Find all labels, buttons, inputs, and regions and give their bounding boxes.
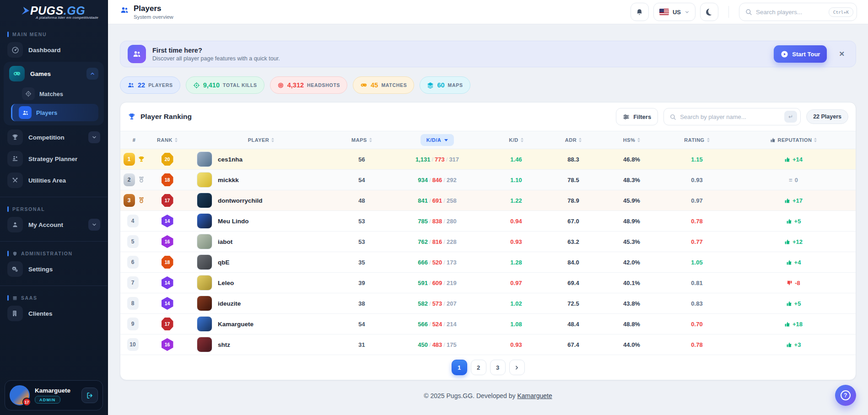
thumb-up-icon bbox=[770, 137, 776, 143]
hs-value: 48.8% bbox=[623, 321, 640, 328]
table-row[interactable]: 9 17 Kamarguete 54 566/ 524/ bbox=[120, 314, 856, 334]
role-badge: ADMIN bbox=[35, 396, 60, 404]
adr-value: 67.0 bbox=[567, 218, 579, 225]
chevron-down-icon[interactable] bbox=[88, 219, 100, 231]
position-badge: 1 bbox=[124, 153, 135, 166]
player-ranking-card: Player Ranking Filters ↵ bbox=[120, 102, 856, 380]
sidebar-item-competition[interactable]: Competition bbox=[5, 127, 103, 147]
col-kd[interactable]: K/D bbox=[486, 137, 546, 143]
page-title: Players bbox=[134, 4, 173, 13]
brand-swoosh-icon bbox=[22, 7, 30, 15]
developer-link[interactable]: Kamarguete bbox=[517, 392, 552, 399]
reputation-value: = +3 bbox=[731, 341, 856, 348]
locale-selector[interactable]: US bbox=[653, 3, 695, 21]
reputation-value: = +5 bbox=[731, 218, 856, 225]
shortcut-badge: Ctrl+K bbox=[829, 7, 853, 17]
chevron-up-icon[interactable] bbox=[86, 68, 98, 80]
table-row[interactable]: 8 14 ideuzite 38 582/ 573/ bbox=[120, 293, 856, 314]
brand-logo[interactable]: PUGS.GG A plataforma líder em competitiv… bbox=[0, 0, 108, 22]
table-row[interactable]: 6 18 qbE 35 666/ 520/ bbox=[120, 252, 856, 273]
position-badge: 3 bbox=[124, 194, 135, 207]
sidebar-item-utilities-area[interactable]: Utilities Area bbox=[5, 170, 103, 190]
col-reputation[interactable]: REPUTATION bbox=[731, 137, 856, 143]
chevron-down-icon[interactable] bbox=[88, 131, 100, 143]
table-row[interactable]: 10 16 shtz 31 450/ 483/ bbox=[120, 334, 856, 355]
hs-value: 48.3% bbox=[623, 177, 640, 183]
sidebar-item-games[interactable]: Games bbox=[6, 64, 101, 84]
sidebar-item-strategy-planner[interactable]: Strategy Planner bbox=[5, 149, 103, 169]
table-row[interactable]: 1 20 ces1nha 56 1,131/ 773/ bbox=[120, 149, 856, 170]
table-row[interactable]: 5 16 iabot 53 762/ 816/ bbox=[120, 232, 856, 252]
search-icon bbox=[669, 113, 676, 120]
rating-value: 0.81 bbox=[691, 280, 702, 286]
hs-value: 40.1% bbox=[623, 280, 640, 286]
help-button[interactable]: ? bbox=[835, 385, 856, 406]
next-page-button[interactable] bbox=[509, 360, 525, 375]
global-search[interactable]: Ctrl+K bbox=[739, 3, 857, 21]
sidebar-item-matches[interactable]: Matches bbox=[18, 85, 98, 102]
avatar bbox=[197, 337, 212, 352]
avatar bbox=[197, 234, 212, 249]
bell-icon bbox=[636, 8, 643, 16]
kd-value: 1.22 bbox=[510, 197, 522, 204]
kd-value: 0.97 bbox=[510, 280, 522, 286]
rank-badge: 16 bbox=[162, 338, 173, 351]
page-button-3[interactable]: 3 bbox=[490, 360, 506, 375]
us-flag-icon bbox=[659, 9, 669, 15]
filters-button[interactable]: Filters bbox=[616, 108, 658, 125]
search-input[interactable] bbox=[756, 9, 825, 16]
close-icon[interactable]: ✕ bbox=[839, 50, 845, 58]
col-player[interactable]: PLAYER bbox=[187, 137, 335, 143]
col-hs[interactable]: HS% bbox=[601, 137, 663, 143]
page-button-2[interactable]: 2 bbox=[471, 360, 486, 375]
rank-badge: 18 bbox=[162, 173, 173, 186]
maps-value: 48 bbox=[358, 197, 365, 204]
users-icon bbox=[128, 45, 146, 63]
rating-value: 1.15 bbox=[691, 156, 702, 163]
table-row[interactable]: 2 18 mickkk 54 934/ 846/ bbox=[120, 170, 856, 190]
banner-subtitle: Discover all player page features with a… bbox=[152, 55, 280, 62]
gears-icon bbox=[7, 261, 23, 277]
player-search-input[interactable] bbox=[680, 113, 781, 120]
sidebar-group-games: Games Matches Players bbox=[4, 62, 104, 125]
tools-icon bbox=[7, 172, 23, 188]
card-title: Player Ranking bbox=[140, 113, 192, 121]
reputation-value: = +14 bbox=[731, 156, 856, 163]
sidebar-item-my-account[interactable]: My Account bbox=[5, 215, 103, 235]
sidebar-item-dashboard[interactable]: Dashboard bbox=[5, 40, 103, 60]
sort-icon bbox=[521, 138, 523, 142]
avatar: 17 bbox=[10, 385, 30, 405]
player-name: shtz bbox=[218, 341, 230, 348]
sidebar-item-clientes[interactable]: Clientes bbox=[5, 303, 103, 323]
start-tour-button[interactable]: Start Tour bbox=[774, 45, 827, 63]
sidebar: PUGS.GG A plataforma líder em competitiv… bbox=[0, 0, 108, 415]
sidebar-item-settings[interactable]: Settings bbox=[5, 259, 103, 279]
user-name: Kamarguete bbox=[35, 387, 70, 394]
hs-value: 42.0% bbox=[623, 259, 640, 266]
reputation-value: = +5 bbox=[731, 300, 856, 307]
maps-value: 38 bbox=[358, 300, 365, 307]
logout-button[interactable] bbox=[81, 388, 98, 403]
col-kda[interactable]: K/D/A bbox=[388, 134, 486, 146]
table-row[interactable]: 3 17 dontworrychild 48 841/ 691 bbox=[120, 190, 856, 211]
level-badge: 17 bbox=[22, 398, 31, 406]
maps-value: 54 bbox=[358, 177, 365, 183]
col-rank[interactable]: RANK bbox=[148, 137, 187, 143]
col-adr[interactable]: ADR bbox=[546, 137, 601, 143]
gamepad-icon bbox=[9, 66, 25, 81]
page-button-1[interactable]: 1 bbox=[452, 360, 467, 375]
sidebar-item-players[interactable]: Players bbox=[11, 104, 98, 121]
table-row[interactable]: 4 14 Meu Lindo 53 785/ 838/ bbox=[120, 211, 856, 232]
col-rating[interactable]: RATING bbox=[663, 137, 731, 143]
player-name: Leleo bbox=[218, 280, 234, 286]
table-search[interactable]: ↵ bbox=[663, 108, 801, 125]
position-badge: 2 bbox=[124, 173, 135, 186]
col-maps[interactable]: MAPS bbox=[335, 137, 388, 143]
kd-value: 0.93 bbox=[510, 238, 522, 245]
rating-value: 0.83 bbox=[691, 300, 702, 307]
player-name: mickkk bbox=[218, 177, 239, 183]
table-row[interactable]: 7 14 Leleo 39 591/ 609/ bbox=[120, 273, 856, 293]
rank-badge: 20 bbox=[162, 153, 173, 166]
notifications-button[interactable] bbox=[631, 3, 649, 21]
dark-mode-toggle[interactable] bbox=[700, 3, 718, 21]
